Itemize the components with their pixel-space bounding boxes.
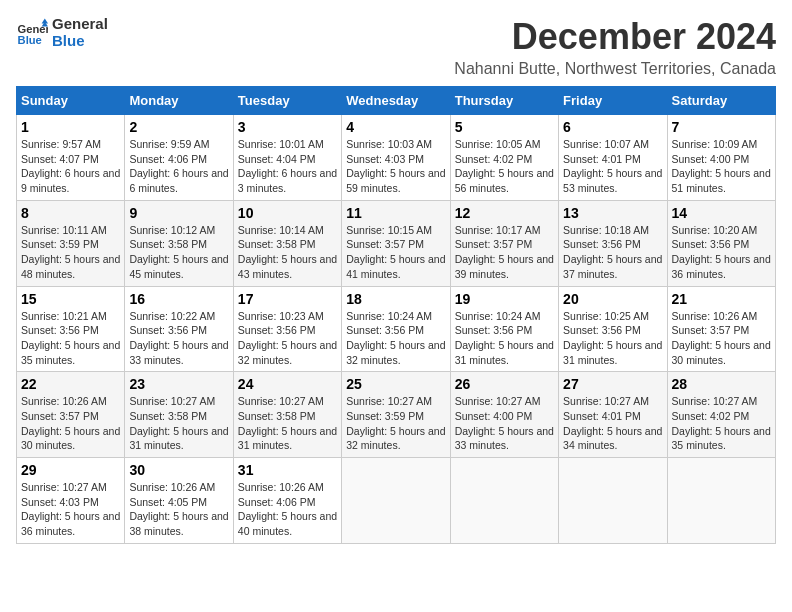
day-number: 25 (346, 376, 445, 392)
calendar-body: 1 Sunrise: 9:57 AMSunset: 4:07 PMDayligh… (17, 115, 776, 544)
logo-icon: General Blue (16, 17, 48, 49)
calendar-cell: 18 Sunrise: 10:24 AMSunset: 3:56 PMDayli… (342, 286, 450, 372)
day-number: 21 (672, 291, 771, 307)
weekday-header-wednesday: Wednesday (342, 87, 450, 115)
calendar-cell: 17 Sunrise: 10:23 AMSunset: 3:56 PMDayli… (233, 286, 341, 372)
day-number: 31 (238, 462, 337, 478)
calendar-cell (667, 458, 775, 544)
calendar-cell: 14 Sunrise: 10:20 AMSunset: 3:56 PMDayli… (667, 200, 775, 286)
day-detail: Sunrise: 10:27 AMSunset: 4:00 PMDaylight… (455, 395, 554, 451)
day-number: 24 (238, 376, 337, 392)
calendar-cell: 20 Sunrise: 10:25 AMSunset: 3:56 PMDayli… (559, 286, 667, 372)
weekday-header-monday: Monday (125, 87, 233, 115)
month-title: December 2024 (454, 16, 776, 58)
day-number: 1 (21, 119, 120, 135)
day-number: 27 (563, 376, 662, 392)
calendar-cell: 7 Sunrise: 10:09 AMSunset: 4:00 PMDaylig… (667, 115, 775, 201)
calendar-cell: 12 Sunrise: 10:17 AMSunset: 3:57 PMDayli… (450, 200, 558, 286)
day-detail: Sunrise: 10:27 AMSunset: 3:58 PMDaylight… (129, 395, 228, 451)
calendar-cell: 30 Sunrise: 10:26 AMSunset: 4:05 PMDayli… (125, 458, 233, 544)
calendar-cell: 9 Sunrise: 10:12 AMSunset: 3:58 PMDaylig… (125, 200, 233, 286)
day-detail: Sunrise: 10:17 AMSunset: 3:57 PMDaylight… (455, 224, 554, 280)
calendar-cell: 10 Sunrise: 10:14 AMSunset: 3:58 PMDayli… (233, 200, 341, 286)
day-number: 16 (129, 291, 228, 307)
day-detail: Sunrise: 10:24 AMSunset: 3:56 PMDaylight… (346, 310, 445, 366)
day-detail: Sunrise: 10:20 AMSunset: 3:56 PMDaylight… (672, 224, 771, 280)
week-row-5: 29 Sunrise: 10:27 AMSunset: 4:03 PMDayli… (17, 458, 776, 544)
logo-general: General (52, 16, 108, 33)
calendar-cell: 8 Sunrise: 10:11 AMSunset: 3:59 PMDaylig… (17, 200, 125, 286)
day-number: 23 (129, 376, 228, 392)
day-detail: Sunrise: 10:27 AMSunset: 4:01 PMDaylight… (563, 395, 662, 451)
title-area: December 2024 Nahanni Butte, Northwest T… (454, 16, 776, 78)
calendar-cell: 23 Sunrise: 10:27 AMSunset: 3:58 PMDayli… (125, 372, 233, 458)
day-detail: Sunrise: 10:26 AMSunset: 3:57 PMDaylight… (672, 310, 771, 366)
day-number: 3 (238, 119, 337, 135)
weekday-header-thursday: Thursday (450, 87, 558, 115)
day-detail: Sunrise: 9:59 AMSunset: 4:06 PMDaylight:… (129, 138, 228, 194)
day-detail: Sunrise: 10:27 AMSunset: 3:58 PMDaylight… (238, 395, 337, 451)
day-number: 2 (129, 119, 228, 135)
day-detail: Sunrise: 10:27 AMSunset: 4:02 PMDaylight… (672, 395, 771, 451)
calendar-cell (342, 458, 450, 544)
day-number: 29 (21, 462, 120, 478)
day-number: 8 (21, 205, 120, 221)
calendar-cell: 19 Sunrise: 10:24 AMSunset: 3:56 PMDayli… (450, 286, 558, 372)
calendar-cell: 26 Sunrise: 10:27 AMSunset: 4:00 PMDayli… (450, 372, 558, 458)
location-title: Nahanni Butte, Northwest Territories, Ca… (454, 60, 776, 78)
day-detail: Sunrise: 10:03 AMSunset: 4:03 PMDaylight… (346, 138, 445, 194)
day-detail: Sunrise: 10:27 AMSunset: 4:03 PMDaylight… (21, 481, 120, 537)
day-number: 15 (21, 291, 120, 307)
day-detail: Sunrise: 10:26 AMSunset: 3:57 PMDaylight… (21, 395, 120, 451)
page-header: General Blue General Blue December 2024 … (16, 16, 776, 78)
calendar-cell: 31 Sunrise: 10:26 AMSunset: 4:06 PMDayli… (233, 458, 341, 544)
weekday-header-friday: Friday (559, 87, 667, 115)
day-detail: Sunrise: 10:01 AMSunset: 4:04 PMDaylight… (238, 138, 337, 194)
calendar-cell: 25 Sunrise: 10:27 AMSunset: 3:59 PMDayli… (342, 372, 450, 458)
calendar-cell: 28 Sunrise: 10:27 AMSunset: 4:02 PMDayli… (667, 372, 775, 458)
calendar-cell: 1 Sunrise: 9:57 AMSunset: 4:07 PMDayligh… (17, 115, 125, 201)
day-number: 14 (672, 205, 771, 221)
day-detail: Sunrise: 10:18 AMSunset: 3:56 PMDaylight… (563, 224, 662, 280)
day-number: 28 (672, 376, 771, 392)
day-number: 6 (563, 119, 662, 135)
svg-text:Blue: Blue (18, 34, 42, 46)
day-number: 19 (455, 291, 554, 307)
week-row-3: 15 Sunrise: 10:21 AMSunset: 3:56 PMDayli… (17, 286, 776, 372)
day-detail: Sunrise: 10:21 AMSunset: 3:56 PMDaylight… (21, 310, 120, 366)
day-number: 9 (129, 205, 228, 221)
day-number: 22 (21, 376, 120, 392)
calendar-cell (450, 458, 558, 544)
day-detail: Sunrise: 10:09 AMSunset: 4:00 PMDaylight… (672, 138, 771, 194)
day-number: 13 (563, 205, 662, 221)
weekday-header-row: SundayMondayTuesdayWednesdayThursdayFrid… (17, 87, 776, 115)
weekday-header-saturday: Saturday (667, 87, 775, 115)
day-detail: Sunrise: 10:26 AMSunset: 4:06 PMDaylight… (238, 481, 337, 537)
day-detail: Sunrise: 10:22 AMSunset: 3:56 PMDaylight… (129, 310, 228, 366)
calendar-cell: 16 Sunrise: 10:22 AMSunset: 3:56 PMDayli… (125, 286, 233, 372)
calendar-cell: 22 Sunrise: 10:26 AMSunset: 3:57 PMDayli… (17, 372, 125, 458)
logo: General Blue General Blue (16, 16, 108, 49)
day-detail: Sunrise: 10:24 AMSunset: 3:56 PMDaylight… (455, 310, 554, 366)
calendar-cell: 24 Sunrise: 10:27 AMSunset: 3:58 PMDayli… (233, 372, 341, 458)
day-number: 30 (129, 462, 228, 478)
calendar-cell: 11 Sunrise: 10:15 AMSunset: 3:57 PMDayli… (342, 200, 450, 286)
day-number: 18 (346, 291, 445, 307)
day-number: 4 (346, 119, 445, 135)
day-detail: Sunrise: 10:12 AMSunset: 3:58 PMDaylight… (129, 224, 228, 280)
calendar-cell: 29 Sunrise: 10:27 AMSunset: 4:03 PMDayli… (17, 458, 125, 544)
calendar-cell: 2 Sunrise: 9:59 AMSunset: 4:06 PMDayligh… (125, 115, 233, 201)
day-detail: Sunrise: 10:23 AMSunset: 3:56 PMDaylight… (238, 310, 337, 366)
calendar-cell: 15 Sunrise: 10:21 AMSunset: 3:56 PMDayli… (17, 286, 125, 372)
weekday-header-sunday: Sunday (17, 87, 125, 115)
day-number: 10 (238, 205, 337, 221)
calendar-cell: 21 Sunrise: 10:26 AMSunset: 3:57 PMDayli… (667, 286, 775, 372)
day-number: 12 (455, 205, 554, 221)
calendar-cell: 6 Sunrise: 10:07 AMSunset: 4:01 PMDaylig… (559, 115, 667, 201)
calendar-cell: 4 Sunrise: 10:03 AMSunset: 4:03 PMDaylig… (342, 115, 450, 201)
day-detail: Sunrise: 10:11 AMSunset: 3:59 PMDaylight… (21, 224, 120, 280)
day-number: 11 (346, 205, 445, 221)
calendar-cell: 5 Sunrise: 10:05 AMSunset: 4:02 PMDaylig… (450, 115, 558, 201)
calendar-cell: 13 Sunrise: 10:18 AMSunset: 3:56 PMDayli… (559, 200, 667, 286)
day-number: 17 (238, 291, 337, 307)
